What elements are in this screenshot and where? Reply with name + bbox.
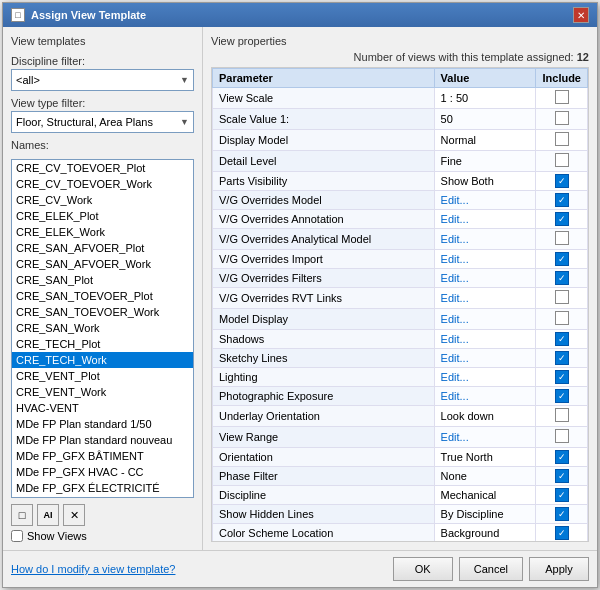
value-cell[interactable]: Edit... xyxy=(434,427,536,448)
edit-link[interactable]: Edit... xyxy=(441,233,469,245)
list-item[interactable]: MDe FP Plan standard nouveau xyxy=(12,432,193,448)
value-cell[interactable]: Edit... xyxy=(434,269,536,288)
include-checkbox[interactable] xyxy=(555,90,569,104)
list-item[interactable]: MDe FP_GFX ÉLECTRICITÉ xyxy=(12,480,193,496)
include-checkbox[interactable] xyxy=(555,111,569,125)
include-cell[interactable]: ✓ xyxy=(536,368,588,387)
edit-link[interactable]: Edit... xyxy=(441,213,469,225)
ok-button[interactable]: OK xyxy=(393,557,453,581)
list-item[interactable]: MDe FP_GFX BÂTIMENT xyxy=(12,448,193,464)
list-item[interactable]: CRE_VENT_Work xyxy=(12,384,193,400)
include-cell[interactable]: ✓ xyxy=(536,330,588,349)
list-item[interactable]: CRE_CV_Work xyxy=(12,192,193,208)
include-cell[interactable] xyxy=(536,109,588,130)
list-item[interactable]: CRE_SAN_TOEVOER_Plot xyxy=(12,288,193,304)
include-cell[interactable]: ✓ xyxy=(536,448,588,467)
include-checkbox[interactable]: ✓ xyxy=(555,252,569,266)
list-item[interactable]: MDe FP_GFX HVAC - CC xyxy=(12,464,193,480)
discipline-filter-dropdown[interactable]: <all> ▼ xyxy=(11,69,194,91)
value-cell[interactable]: Edit... xyxy=(434,288,536,309)
cancel-button[interactable]: Cancel xyxy=(459,557,523,581)
include-cell[interactable]: ✓ xyxy=(536,505,588,524)
list-item[interactable]: CRE_SAN_Work xyxy=(12,320,193,336)
include-cell[interactable] xyxy=(536,130,588,151)
edit-link[interactable]: Edit... xyxy=(441,194,469,206)
include-cell[interactable] xyxy=(536,288,588,309)
include-cell[interactable]: ✓ xyxy=(536,269,588,288)
new-template-button[interactable]: □ xyxy=(11,504,33,526)
include-checkbox[interactable] xyxy=(555,429,569,443)
include-cell[interactable]: ✓ xyxy=(536,486,588,505)
include-cell[interactable]: ✓ xyxy=(536,467,588,486)
include-cell[interactable]: ✓ xyxy=(536,191,588,210)
include-checkbox[interactable] xyxy=(555,408,569,422)
list-item[interactable]: HVAC-VENT xyxy=(12,400,193,416)
edit-link[interactable]: Edit... xyxy=(441,352,469,364)
list-item[interactable]: CRE_SAN_Plot xyxy=(12,272,193,288)
list-item[interactable]: MDe FP Plan standard 1/50 xyxy=(12,416,193,432)
include-checkbox[interactable] xyxy=(555,231,569,245)
include-checkbox[interactable]: ✓ xyxy=(555,193,569,207)
list-item[interactable]: mde NEW HVAC HYDRAULIQUE xyxy=(12,496,193,498)
delete-template-button[interactable]: ✕ xyxy=(63,504,85,526)
ai-button[interactable]: AI xyxy=(37,504,59,526)
value-cell[interactable]: Edit... xyxy=(434,330,536,349)
include-cell[interactable]: ✓ xyxy=(536,210,588,229)
list-item[interactable]: CRE_CV_TOEVOER_Work xyxy=(12,176,193,192)
value-cell[interactable]: Edit... xyxy=(434,387,536,406)
edit-link[interactable]: Edit... xyxy=(441,253,469,265)
include-checkbox[interactable]: ✓ xyxy=(555,488,569,502)
list-item[interactable]: CRE_ELEK_Plot xyxy=(12,208,193,224)
include-cell[interactable]: ✓ xyxy=(536,172,588,191)
include-cell[interactable] xyxy=(536,229,588,250)
value-cell[interactable]: Edit... xyxy=(434,368,536,387)
include-checkbox[interactable]: ✓ xyxy=(555,174,569,188)
include-checkbox[interactable]: ✓ xyxy=(555,507,569,521)
include-checkbox[interactable]: ✓ xyxy=(555,469,569,483)
include-checkbox[interactable]: ✓ xyxy=(555,370,569,384)
view-type-filter-dropdown[interactable]: Floor, Structural, Area Plans ▼ xyxy=(11,111,194,133)
properties-table-container[interactable]: Parameter Value Include View Scale1 : 50… xyxy=(211,67,589,542)
edit-link[interactable]: Edit... xyxy=(441,390,469,402)
show-views-row[interactable]: Show Views xyxy=(11,530,194,542)
edit-link[interactable]: Edit... xyxy=(441,313,469,325)
value-cell[interactable]: Edit... xyxy=(434,250,536,269)
value-cell[interactable]: Edit... xyxy=(434,229,536,250)
value-cell[interactable]: Edit... xyxy=(434,210,536,229)
include-cell[interactable] xyxy=(536,406,588,427)
include-cell[interactable] xyxy=(536,309,588,330)
list-item[interactable]: CRE_SAN_AFVOER_Work xyxy=(12,256,193,272)
include-checkbox[interactable]: ✓ xyxy=(555,212,569,226)
list-item[interactable]: CRE_TECH_Plot xyxy=(12,336,193,352)
include-cell[interactable]: ✓ xyxy=(536,349,588,368)
edit-link[interactable]: Edit... xyxy=(441,371,469,383)
names-list[interactable]: CRE_CV_TOEVOER_PlotCRE_CV_TOEVOER_WorkCR… xyxy=(11,159,194,498)
edit-link[interactable]: Edit... xyxy=(441,431,469,443)
include-cell[interactable] xyxy=(536,427,588,448)
value-cell[interactable]: Edit... xyxy=(434,349,536,368)
edit-link[interactable]: Edit... xyxy=(441,333,469,345)
value-cell[interactable]: Edit... xyxy=(434,309,536,330)
list-item[interactable]: CRE_ELEK_Work xyxy=(12,224,193,240)
include-checkbox[interactable] xyxy=(555,132,569,146)
include-checkbox[interactable] xyxy=(555,153,569,167)
list-item[interactable]: CRE_SAN_AFVOER_Plot xyxy=(12,240,193,256)
list-item[interactable]: CRE_VENT_Plot xyxy=(12,368,193,384)
close-button[interactable]: ✕ xyxy=(573,7,589,23)
include-cell[interactable]: ✓ xyxy=(536,250,588,269)
value-cell[interactable]: Edit... xyxy=(434,191,536,210)
include-cell[interactable] xyxy=(536,88,588,109)
list-item[interactable]: CRE_TECH_Work xyxy=(12,352,193,368)
edit-link[interactable]: Edit... xyxy=(441,292,469,304)
include-checkbox[interactable]: ✓ xyxy=(555,271,569,285)
include-checkbox[interactable]: ✓ xyxy=(555,332,569,346)
list-item[interactable]: CRE_SAN_TOEVOER_Work xyxy=(12,304,193,320)
show-views-checkbox[interactable] xyxy=(11,530,23,542)
apply-button[interactable]: Apply xyxy=(529,557,589,581)
include-checkbox[interactable] xyxy=(555,290,569,304)
help-link[interactable]: How do I modify a view template? xyxy=(11,563,175,575)
include-cell[interactable]: ✓ xyxy=(536,524,588,543)
include-checkbox[interactable]: ✓ xyxy=(555,526,569,540)
include-cell[interactable] xyxy=(536,151,588,172)
list-item[interactable]: CRE_CV_TOEVOER_Plot xyxy=(12,160,193,176)
